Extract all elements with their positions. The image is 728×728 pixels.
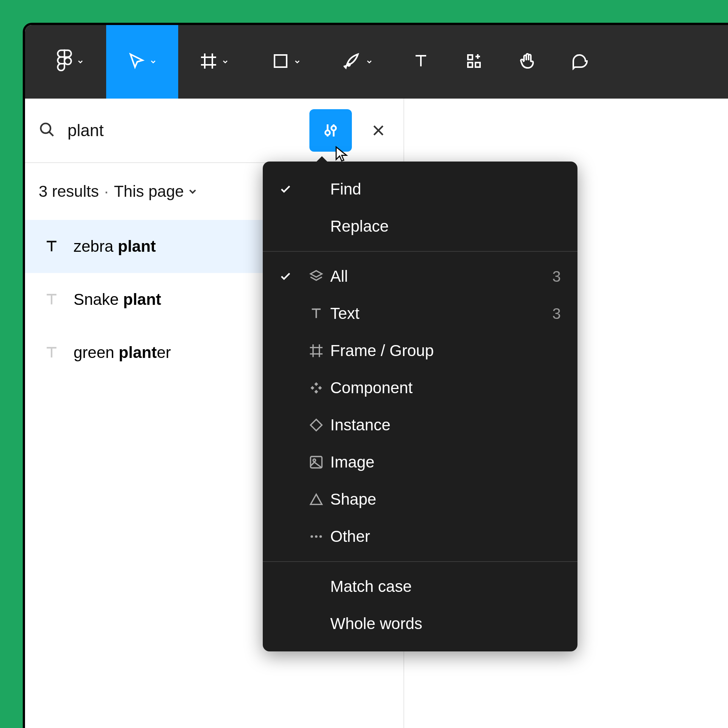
other-icon xyxy=(302,529,330,544)
resources-button[interactable] xyxy=(447,25,500,99)
layers-icon xyxy=(302,269,330,284)
text-tool-button[interactable] xyxy=(394,25,447,99)
text-icon xyxy=(302,306,330,321)
search-input[interactable] xyxy=(67,121,309,140)
dropdown-item-label: Instance xyxy=(330,416,561,434)
chevron-down-icon xyxy=(293,58,301,66)
svg-point-7 xyxy=(325,130,330,135)
frame-tool-button[interactable] xyxy=(178,25,250,99)
svg-point-11 xyxy=(311,535,313,538)
dropdown-item-label: Shape xyxy=(330,490,561,508)
svg-point-12 xyxy=(315,535,318,538)
dropdown-filter-item[interactable]: Instance xyxy=(263,406,577,444)
text-layer-icon xyxy=(43,344,60,361)
svg-point-0 xyxy=(64,58,71,64)
comment-tool-button[interactable] xyxy=(554,25,607,99)
dropdown-item-label: Replace xyxy=(330,217,561,235)
svg-rect-3 xyxy=(468,55,472,60)
dropdown-item-label: Other xyxy=(330,527,561,546)
dropdown-separator xyxy=(263,251,577,252)
dropdown-item-count: 3 xyxy=(552,268,561,285)
mouse-cursor xyxy=(334,146,351,162)
search-settings-dropdown: Find Replace All 3 Text 3 Frame / Group … xyxy=(263,162,577,651)
chevron-down-icon xyxy=(221,58,229,66)
figma-logo-icon xyxy=(56,49,73,75)
resources-icon xyxy=(465,52,483,72)
dropdown-item-label: Component xyxy=(330,379,561,397)
svg-rect-1 xyxy=(275,55,287,67)
check-icon xyxy=(279,183,302,195)
chevron-down-icon xyxy=(77,58,84,66)
dropdown-filter-item[interactable]: Text 3 xyxy=(263,295,577,332)
result-label: zebra plant xyxy=(74,237,156,256)
dropdown-filter-item[interactable]: Image xyxy=(263,444,577,481)
results-count: 3 results xyxy=(39,182,99,201)
frame-icon xyxy=(302,343,330,358)
pen-icon xyxy=(344,52,362,72)
svg-rect-4 xyxy=(468,63,472,67)
separator-dot: · xyxy=(104,182,109,201)
scope-label: This page xyxy=(114,182,184,201)
svg-point-10 xyxy=(313,459,316,462)
dropdown-separator xyxy=(263,561,577,562)
dropdown-item-label: Image xyxy=(330,453,561,471)
dropdown-option-item[interactable]: Match case xyxy=(263,568,577,605)
svg-point-8 xyxy=(331,126,336,130)
shape-tool-button[interactable] xyxy=(250,25,322,99)
dropdown-item-label: All xyxy=(330,267,552,286)
text-layer-icon xyxy=(43,291,60,308)
figma-menu-button[interactable] xyxy=(34,25,106,99)
dropdown-mode-item[interactable]: Replace xyxy=(263,208,577,245)
dropdown-filter-item[interactable]: Other xyxy=(263,518,577,555)
svg-rect-5 xyxy=(475,63,480,67)
rectangle-icon xyxy=(271,52,290,72)
shape-icon xyxy=(302,492,330,507)
instance-icon xyxy=(302,417,330,433)
svg-point-2 xyxy=(348,64,350,66)
text-layer-icon xyxy=(43,238,60,255)
dropdown-item-label: Find xyxy=(330,180,561,198)
dropdown-item-label: Frame / Group xyxy=(330,342,561,360)
toolbar xyxy=(25,25,728,99)
dropdown-filter-item[interactable]: All 3 xyxy=(263,258,577,295)
chevron-down-icon xyxy=(187,186,198,197)
cursor-icon xyxy=(127,52,146,72)
dropdown-mode-item[interactable]: Find xyxy=(263,171,577,208)
dropdown-item-label: Whole words xyxy=(330,615,561,633)
pen-tool-button[interactable] xyxy=(322,25,394,99)
chevron-down-icon xyxy=(366,58,373,66)
scope-dropdown[interactable]: This page xyxy=(114,182,198,201)
result-label: Snake plant xyxy=(74,290,161,309)
frame-icon xyxy=(199,52,218,72)
image-icon xyxy=(302,455,330,470)
text-icon xyxy=(412,52,430,72)
comment-icon xyxy=(571,52,589,72)
search-icon xyxy=(39,121,55,140)
dropdown-filter-item[interactable]: Frame / Group xyxy=(263,332,577,369)
app-window: 3 results · This page zebra plant Snake … xyxy=(23,23,728,728)
dropdown-filter-item[interactable]: Component xyxy=(263,369,577,406)
svg-point-6 xyxy=(41,124,51,133)
dropdown-item-label: Match case xyxy=(330,577,561,596)
chevron-down-icon xyxy=(149,58,157,66)
dropdown-item-count: 3 xyxy=(552,305,561,322)
check-icon xyxy=(279,270,302,282)
dropdown-option-item[interactable]: Whole words xyxy=(263,605,577,642)
dropdown-filter-item[interactable]: Shape xyxy=(263,481,577,518)
close-search-button[interactable] xyxy=(367,119,390,142)
hand-icon xyxy=(518,52,536,72)
hand-tool-button[interactable] xyxy=(500,25,554,99)
result-label: green planter xyxy=(74,344,171,362)
svg-point-13 xyxy=(319,535,322,538)
move-tool-button[interactable] xyxy=(106,25,178,99)
component-icon xyxy=(302,380,330,395)
dropdown-item-label: Text xyxy=(330,304,552,323)
